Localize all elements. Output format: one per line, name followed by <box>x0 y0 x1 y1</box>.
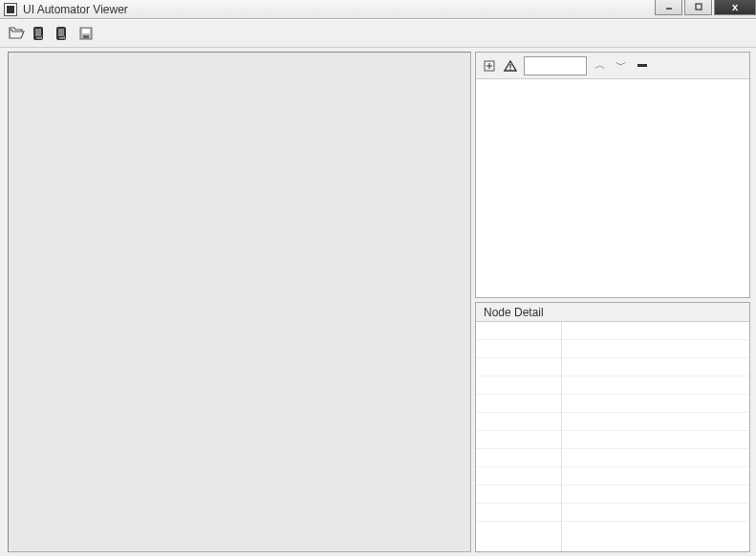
table-row <box>562 376 749 395</box>
tree-body[interactable] <box>476 79 749 297</box>
detail-key-column <box>476 322 562 551</box>
save-button[interactable] <box>76 24 96 43</box>
search-next-button[interactable]: ﹀ <box>614 58 629 74</box>
close-button[interactable]: x <box>714 0 756 15</box>
table-row <box>562 449 749 467</box>
table-row <box>476 431 561 449</box>
tree-toolbar: ︿ ﹀ <box>476 53 749 79</box>
table-row <box>562 467 749 485</box>
hierarchy-tree-panel: ︿ ﹀ <box>475 52 750 298</box>
table-row <box>476 449 561 467</box>
main-content: ︿ ﹀ Node Detail <box>0 48 756 556</box>
table-row <box>562 340 749 358</box>
table-row <box>476 485 561 504</box>
table-row <box>476 322 561 340</box>
titlebar: UI Automator Viewer x <box>0 0 756 19</box>
table-row <box>562 358 749 376</box>
minimize-button[interactable] <box>655 0 682 15</box>
detail-value-column <box>562 322 749 551</box>
svg-rect-9 <box>82 29 90 33</box>
window-title: UI Automator Viewer <box>23 3 128 16</box>
table-row <box>476 395 561 413</box>
node-detail-panel: Node Detail <box>475 302 750 552</box>
table-row <box>476 340 561 358</box>
svg-rect-10 <box>83 35 89 38</box>
device-screenshot-compressed-button[interactable]: xml <box>54 24 73 43</box>
table-row <box>476 413 561 431</box>
svg-point-15 <box>509 68 510 69</box>
table-row <box>562 413 749 431</box>
main-toolbar: xml xml <box>0 19 756 48</box>
table-row <box>562 322 749 340</box>
expand-icon <box>483 59 496 73</box>
node-detail-table <box>476 322 749 551</box>
app-icon <box>4 3 17 16</box>
device-compressed-icon: xml <box>54 25 72 42</box>
warning-triangle-icon <box>504 59 517 73</box>
svg-rect-1 <box>696 4 702 10</box>
window-controls: x <box>655 0 756 15</box>
chevron-down-icon: ﹀ <box>616 57 627 74</box>
table-row <box>476 358 561 376</box>
svg-text:xml: xml <box>59 35 65 40</box>
minus-icon <box>637 64 647 67</box>
table-row <box>562 431 749 449</box>
right-panels: ︿ ﹀ Node Detail <box>475 52 750 552</box>
search-clear-button[interactable] <box>635 58 650 74</box>
table-row <box>476 504 561 522</box>
table-row <box>476 467 561 485</box>
chevron-up-icon: ︿ <box>594 57 606 74</box>
svg-text:xml: xml <box>36 35 42 40</box>
device-icon: xml <box>32 25 49 42</box>
search-prev-button[interactable]: ︿ <box>593 58 608 74</box>
table-row <box>562 395 749 413</box>
folder-open-icon <box>9 26 26 41</box>
naf-filter-button[interactable] <box>503 58 518 74</box>
node-detail-header: Node Detail <box>476 303 749 322</box>
open-file-button[interactable] <box>8 24 27 43</box>
device-screenshot-button[interactable]: xml <box>31 24 50 43</box>
search-input[interactable] <box>524 56 587 75</box>
expand-all-button[interactable] <box>482 58 497 74</box>
screenshot-panel[interactable] <box>8 52 471 552</box>
table-row <box>562 485 749 504</box>
table-row <box>562 504 749 522</box>
table-row <box>476 376 561 395</box>
maximize-button[interactable] <box>684 0 712 15</box>
save-icon <box>78 26 94 41</box>
